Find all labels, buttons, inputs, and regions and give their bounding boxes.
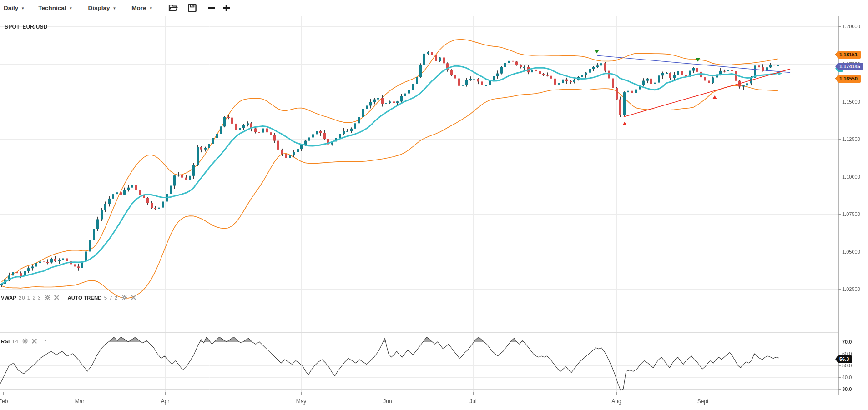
rsi-value-badge: 56.3 <box>838 355 852 363</box>
vwap-indicator-params: 20 1 2 3 <box>19 295 41 300</box>
save-button[interactable] <box>188 4 197 12</box>
more-menu-label: More <box>131 5 146 11</box>
more-menu[interactable]: More ▼ <box>131 5 152 11</box>
auto-trend-indicator-label: AUTO TREND <box>67 295 101 300</box>
rsi-indicator-params: 14 <box>12 339 19 344</box>
price-axis-tick-label: 1.12500 <box>842 136 860 142</box>
time-axis-month-label: Feb <box>0 398 8 405</box>
folder-open-icon <box>168 4 178 12</box>
price-axis-tick-label: 1.20000 <box>842 24 860 29</box>
zoom-in-button[interactable] <box>222 4 230 12</box>
main-chart-legend: VWAP 20 1 2 3 AUTO TREND 5 7 2 <box>1 295 136 300</box>
price-axis-tick-label: 1.05000 <box>842 249 860 255</box>
vwap-indicator-label: VWAP <box>1 295 16 300</box>
rsi-settings-gear-icon[interactable] <box>22 338 28 344</box>
auto-trend-settings-gear-icon[interactable] <box>121 295 127 300</box>
price-axis-tick-label: 1.02500 <box>842 286 860 292</box>
plus-icon <box>222 4 230 12</box>
time-axis-month-label: Mar <box>75 398 85 405</box>
technical-menu-label: Technical <box>38 5 66 11</box>
rsi-indicator-label: RSI <box>1 339 10 344</box>
time-axis-month-label: Jul <box>469 398 476 405</box>
zoom-out-button[interactable] <box>207 4 215 12</box>
save-floppy-icon <box>188 4 197 12</box>
price-axis-tick-label: 1.07500 <box>842 211 860 217</box>
rsi-axis-tick-label: 40.0 <box>842 375 852 380</box>
time-axis-month-label: May <box>296 398 307 405</box>
price-axis-tick-label: 1.10000 <box>842 174 860 180</box>
display-menu-label: Display <box>88 5 110 11</box>
chevron-down-icon: ▼ <box>112 6 116 10</box>
timeframe-menu-label: Daily <box>4 5 18 11</box>
display-menu[interactable]: Display ▼ <box>88 5 116 11</box>
minus-icon <box>207 4 215 12</box>
price-axis-tick-label: 1.15000 <box>842 99 860 105</box>
rsi-remove-icon[interactable] <box>32 339 37 344</box>
move-panel-up-icon[interactable]: ↑ <box>44 337 47 345</box>
vwap-remove-icon[interactable] <box>54 295 59 300</box>
chart-area: SPOT, EUR/USD VWAP 20 1 2 3 AUTO TREND 5… <box>0 16 868 410</box>
price-badge: 1.16550 <box>838 75 861 83</box>
auto-trend-remove-icon[interactable] <box>131 295 136 300</box>
auto-trend-indicator-params: 5 7 2 <box>104 295 118 300</box>
technical-menu[interactable]: Technical ▼ <box>38 5 72 11</box>
rsi-axis-tick-label: 70.0 <box>842 339 852 345</box>
vwap-settings-gear-icon[interactable] <box>45 295 50 300</box>
rsi-panel-legend: RSI 14 ↑ <box>1 337 47 345</box>
symbol-label: SPOT, EUR/USD <box>5 24 48 30</box>
rsi-axis-tick-label: 50.0 <box>842 363 852 368</box>
price-badge: 1.174145 <box>838 63 863 70</box>
time-axis-month-label: Aug <box>611 398 621 405</box>
chevron-down-icon: ▼ <box>21 6 25 10</box>
top-toolbar: Daily ▼ Technical ▼ Display ▼ More ▼ <box>0 0 868 16</box>
chevron-down-icon: ▼ <box>69 6 72 10</box>
time-axis-month-label: Sept <box>697 398 709 405</box>
chevron-down-icon: ▼ <box>149 6 153 10</box>
time-axis-month-label: Jun <box>383 398 392 405</box>
rsi-axis-tick-label: 30.0 <box>842 386 852 392</box>
open-folder-button[interactable] <box>168 4 178 12</box>
price-badge: 1.18151 <box>838 51 861 59</box>
timeframe-menu[interactable]: Daily ▼ <box>4 5 25 11</box>
time-axis-month-label: Apr <box>161 398 170 405</box>
chart-canvas[interactable] <box>0 16 868 410</box>
